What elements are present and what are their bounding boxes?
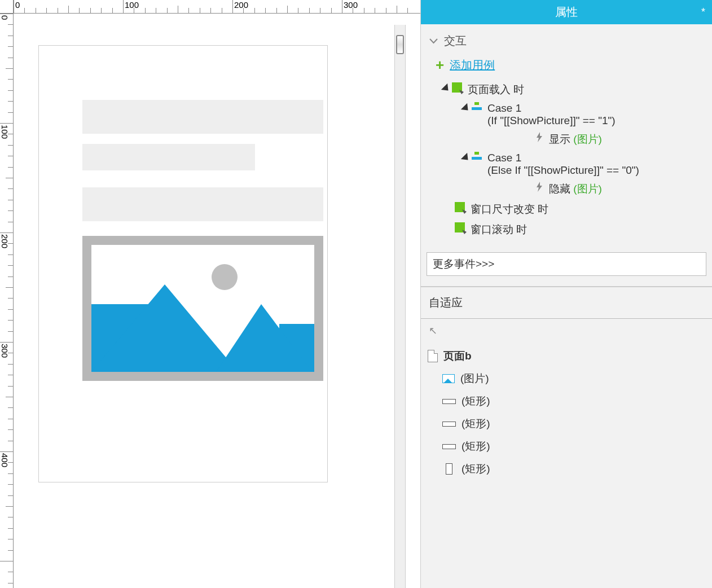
outline-item-label: (矩形) [462,439,490,454]
placeholder-rect-3[interactable] [82,187,323,221]
interaction-section-header[interactable]: 交互 [421,29,712,53]
add-case-label: 添加用例 [450,58,495,73]
more-events-button[interactable]: 更多事件>>> [427,252,706,276]
interaction-tree: 页面载入 时 Case 1 (If "[[ShowPicture]]" == "… [421,77,712,247]
event-label: 页面载入 时 [468,82,524,97]
event-icon [455,202,465,212]
outline-item[interactable]: (矩形) [425,458,707,480]
outline-page-row[interactable]: 页面b [425,345,707,367]
outline-item-label: (矩形) [462,462,490,476]
chevron-down-icon [429,36,438,46]
outline-item[interactable]: (矩形) [425,413,707,435]
more-events-label: 更多事件>>> [433,258,494,270]
outline-item-label: (图片) [460,371,489,386]
outline-page-name: 页面b [443,349,472,363]
action-hide-label: 隐藏 [549,183,570,195]
case-2[interactable]: Case 1 (Else If "[[ShowPicture]]" == "0"… [463,150,706,179]
horizontal-ruler[interactable]: 0100200300 [14,0,420,14]
rectangle-icon [446,463,452,475]
case-condition: (Else If "[[ShowPicture]]" == "0") [487,164,639,177]
case-name: Case 1 [487,102,616,115]
case-icon [472,102,482,110]
scrollbar-gutter[interactable] [394,25,406,588]
outline-item-label: (矩形) [462,416,490,431]
event-page-load[interactable]: 页面载入 时 [427,80,706,100]
canvas-area[interactable]: 0100200300 0100200300400 [0,0,420,588]
design-surface[interactable] [14,14,420,588]
event-window-scroll[interactable]: 窗口滚动 时 [427,220,706,240]
outline-item[interactable]: (矩形) [425,390,707,413]
modified-indicator: * [701,0,705,24]
case-1[interactable]: Case 1 (If "[[ShowPicture]]" == "1") [463,100,706,129]
page-icon [428,350,438,362]
event-icon [455,222,465,232]
panel-title-text: 属性 [555,6,578,18]
outline-toolbar[interactable]: ↖ [421,318,712,343]
case-icon [472,152,482,160]
event-label: 窗口尺寸改变 时 [471,202,548,217]
image-placeholder-icon [91,245,314,372]
add-case-button[interactable]: + 添加用例 [421,53,712,77]
outline-panel: 页面b (图片)(矩形)(矩形)(矩形)(矩形) [421,343,712,492]
expand-triangle-icon[interactable] [461,103,471,113]
placeholder-rect-2[interactable] [82,144,255,170]
event-window-resize[interactable]: 窗口尺寸改变 时 [427,199,706,220]
adaptive-section-header[interactable]: 自适应 [421,287,712,318]
outline-item[interactable]: (图片) [425,367,707,390]
expand-triangle-icon[interactable] [461,153,471,163]
properties-panel: 属性 * 交互 + 添加用例 页面载入 时 [420,0,712,588]
outline-item[interactable]: (矩形) [425,435,707,458]
action-show-label: 显示 [549,133,570,145]
plus-icon: + [436,56,444,74]
adaptive-label: 自适应 [429,296,463,309]
rectangle-icon [442,444,456,449]
event-icon [452,82,462,93]
interaction-section: 交互 + 添加用例 页面载入 时 Case 1 (If "[[ShowPictu… [421,24,712,287]
placeholder-rect-1[interactable] [82,100,323,134]
action-hide-target: (图片) [573,183,602,195]
action-hide[interactable]: 隐藏 (图片) [463,179,706,199]
expand-triangle-icon[interactable] [441,84,451,94]
image-widget[interactable] [82,236,323,381]
case-condition: (If "[[ShowPicture]]" == "1") [487,115,616,127]
image-icon [442,374,455,383]
rectangle-icon [442,422,456,427]
bolt-icon [535,132,543,142]
bolt-icon [535,182,543,192]
popout-icon[interactable]: ↖ [429,325,437,336]
panel-title-bar[interactable]: 属性 * [421,0,712,24]
outline-item-label: (矩形) [462,394,490,409]
vertical-ruler[interactable]: 0100200300400 [0,14,14,588]
case-name: Case 1 [487,152,639,164]
action-show-target: (图片) [573,133,602,145]
event-label: 窗口滚动 时 [471,222,527,237]
interaction-label: 交互 [444,33,467,49]
ruler-corner [0,0,14,14]
artboard[interactable] [38,45,328,482]
rectangle-icon [442,399,456,404]
action-show[interactable]: 显示 (图片) [463,129,706,150]
panel-collapse-handle[interactable] [396,35,404,54]
